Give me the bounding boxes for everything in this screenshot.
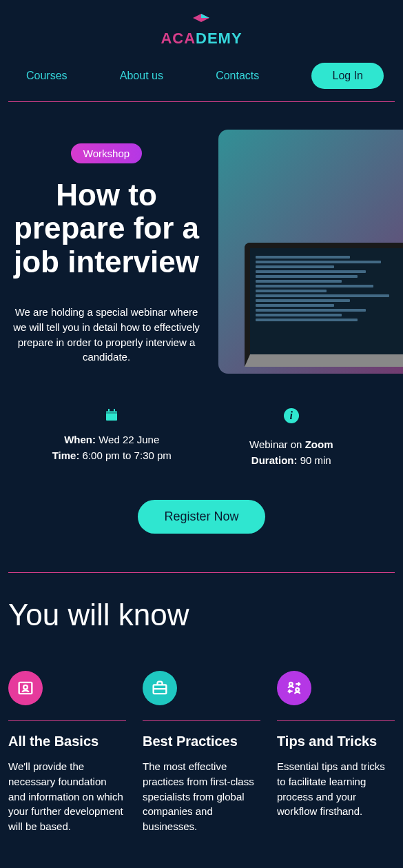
logo-text: ACADEMY <box>161 30 242 48</box>
svg-rect-6 <box>19 683 32 694</box>
svg-rect-3 <box>106 411 117 414</box>
logo-area: ACADEMY <box>0 0 403 54</box>
hero-title: How to prepare for a job interview <box>8 179 205 279</box>
login-button[interactable]: Log In <box>311 63 383 89</box>
platform-line: Webinar on Zoom <box>202 437 382 453</box>
svg-marker-1 <box>201 14 209 18</box>
know-divider <box>8 720 126 721</box>
svg-point-7 <box>23 685 28 689</box>
when-line: When: Wed 22 June <box>22 432 202 448</box>
know-divider <box>143 720 260 721</box>
info-row: When: Wed 22 June Time: 6:00 pm to 7:30 … <box>8 374 395 489</box>
know-col-best: Best Practices The most effective practi… <box>143 671 260 834</box>
laptop-illustration <box>245 243 403 367</box>
svg-rect-5 <box>114 409 115 412</box>
know-col-basics: All the Basics We'll provide the necessa… <box>8 671 126 834</box>
svg-point-10 <box>289 683 293 686</box>
know-divider <box>277 720 395 721</box>
calendar-icon <box>22 408 202 425</box>
tips-icon <box>277 671 311 705</box>
logo: ACADEMY <box>161 12 242 48</box>
duration-line: Duration: 90 min <box>202 453 382 469</box>
svg-point-11 <box>296 688 299 692</box>
hero-description: We are holding a special webinar where w… <box>8 305 205 365</box>
graduation-cap-icon <box>192 12 211 28</box>
hero-image <box>218 130 403 374</box>
time-line: Time: 6:00 pm to 7:30 pm <box>22 448 202 464</box>
info-when: When: Wed 22 June Time: 6:00 pm to 7:30 … <box>22 408 202 468</box>
know-title: You will know <box>8 598 395 632</box>
register-wrap: Register Now <box>8 489 395 572</box>
know-col-tips: Tips and Tricks Essential tips and trick… <box>277 671 395 834</box>
nav-contacts[interactable]: Contacts <box>216 70 259 82</box>
info-platform: i Webinar on Zoom Duration: 90 min <box>202 408 382 468</box>
main-nav: Courses About us Contacts Log In <box>0 54 403 101</box>
register-button[interactable]: Register Now <box>138 500 265 534</box>
svg-rect-4 <box>108 409 110 412</box>
know-text: The most effective practices from first-… <box>143 759 260 834</box>
nav-about[interactable]: About us <box>120 70 163 82</box>
know-text: Essential tips and tricks to facilitate … <box>277 759 395 819</box>
briefcase-icon <box>143 671 177 705</box>
nav-courses[interactable]: Courses <box>26 70 68 82</box>
know-heading: All the Basics <box>8 734 126 749</box>
know-grid: All the Basics We'll provide the necessa… <box>8 671 395 834</box>
info-icon: i <box>202 408 382 430</box>
basics-icon <box>8 671 43 705</box>
hero-section: Workshop How to prepare for a job interv… <box>8 102 395 374</box>
you-will-know-section: You will know All the Basics We'll provi… <box>8 573 395 834</box>
know-heading: Best Practices <box>143 734 260 749</box>
know-text: We'll provide the necessary foundation a… <box>8 759 126 834</box>
know-heading: Tips and Tricks <box>277 734 395 749</box>
workshop-badge: Workshop <box>71 143 142 163</box>
